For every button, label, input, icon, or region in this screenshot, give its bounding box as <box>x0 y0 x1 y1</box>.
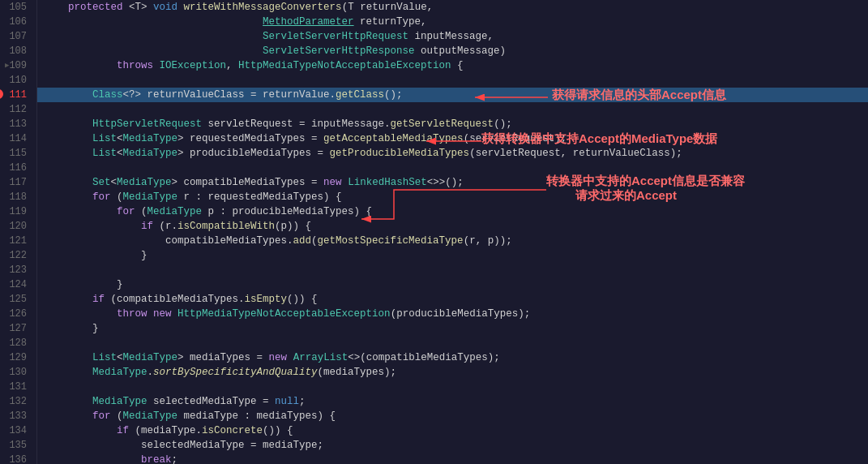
code-line: } <box>37 248 868 263</box>
code-line: if (mediaType.isConcrete()) { <box>37 423 868 438</box>
code-line: List<MediaType> producibleMediaTypes = g… <box>37 146 868 161</box>
code-line: protected <T> void writeWithMessageConve… <box>37 0 868 15</box>
line-number: 126 <box>6 307 30 321</box>
line-number: 114 <box>6 131 30 146</box>
line-number: 127 <box>6 321 30 336</box>
code-line: for (MediaType mediaType : mediaTypes) { <box>37 409 868 423</box>
code-line: ServletServerHttpResponse outputMessage) <box>37 44 868 58</box>
code-line: for (MediaType p : producibleMediaTypes)… <box>37 204 868 219</box>
line-number: 124 <box>6 277 30 292</box>
line-number: 132 <box>6 394 30 409</box>
line-number: 122 <box>6 248 30 263</box>
line-number: 135 <box>6 438 30 453</box>
line-number: 119 <box>6 204 30 219</box>
line-number: 106 <box>6 15 30 29</box>
code-line: throw new HttpMediaTypeNotAcceptableExce… <box>37 307 868 321</box>
code-line: HttpServletRequest servletRequest = inpu… <box>37 117 868 131</box>
line-number: 111 <box>6 88 30 102</box>
line-number: 123 <box>6 263 30 277</box>
line-number: 133 <box>6 409 30 423</box>
line-number: 128 <box>6 336 30 350</box>
code-line: Set<MediaType> compatibleMediaTypes = ne… <box>37 175 868 190</box>
code-line: throws IOException, HttpMediaTypeNotAcce… <box>37 58 868 73</box>
code-line: compatibleMediaTypes.add(getMostSpecific… <box>37 234 868 248</box>
code-line: ServletServerHttpRequest inputMessage, <box>37 29 868 44</box>
line-number: 131 <box>6 380 30 394</box>
line-number: 125 <box>6 292 30 307</box>
code-line <box>37 73 868 88</box>
line-number: 115 <box>6 146 30 161</box>
code-line: MediaType.sortBySpecificityAndQuality(me… <box>37 365 868 380</box>
line-number: 121 <box>6 234 30 248</box>
code-line <box>37 263 868 277</box>
line-numbers: 1051061071081091101111121131141151161171… <box>0 0 37 464</box>
code-line: MediaType selectedMediaType = null; <box>37 394 868 409</box>
code-line <box>37 336 868 350</box>
line-number: 120 <box>6 219 30 234</box>
line-number: 117 <box>6 175 30 190</box>
line-number: 110 <box>6 73 30 88</box>
line-number: 118 <box>6 190 30 204</box>
line-number: 112 <box>6 102 30 117</box>
code-line: } <box>37 321 868 336</box>
code-line: selectedMediaType = mediaType; <box>37 438 868 453</box>
line-number: 129 <box>6 350 30 365</box>
code-line: Class<?> returnValueClass = returnValue.… <box>37 88 868 102</box>
code-line: for (MediaType r : requestedMediaTypes) … <box>37 190 868 204</box>
line-number: 136 <box>6 453 30 464</box>
line-number: 130 <box>6 365 30 380</box>
code-container: 1051061071081091101111121131141151161171… <box>0 0 868 464</box>
code-line: if (compatibleMediaTypes.isEmpty()) { <box>37 292 868 307</box>
code-line: } <box>37 277 868 292</box>
line-number: 105 <box>6 0 30 15</box>
code-line: break; <box>37 453 868 464</box>
line-number: 109 <box>6 58 30 73</box>
code-line: if (r.isCompatibleWith(p)) { <box>37 219 868 234</box>
code-line: MethodParameter returnType, <box>37 15 868 29</box>
line-number: 107 <box>6 29 30 44</box>
code-line <box>37 161 868 175</box>
code-line <box>37 102 868 117</box>
line-number: 134 <box>6 423 30 438</box>
line-number: 108 <box>6 44 30 58</box>
code-line <box>37 380 868 394</box>
code-line: List<MediaType> mediaTypes = new ArrayLi… <box>37 350 868 365</box>
code-area[interactable]: protected <T> void writeWithMessageConve… <box>37 0 868 464</box>
line-number: 116 <box>6 161 30 175</box>
line-number: 113 <box>6 117 30 131</box>
code-line: List<MediaType> requestedMediaTypes = ge… <box>37 131 868 146</box>
